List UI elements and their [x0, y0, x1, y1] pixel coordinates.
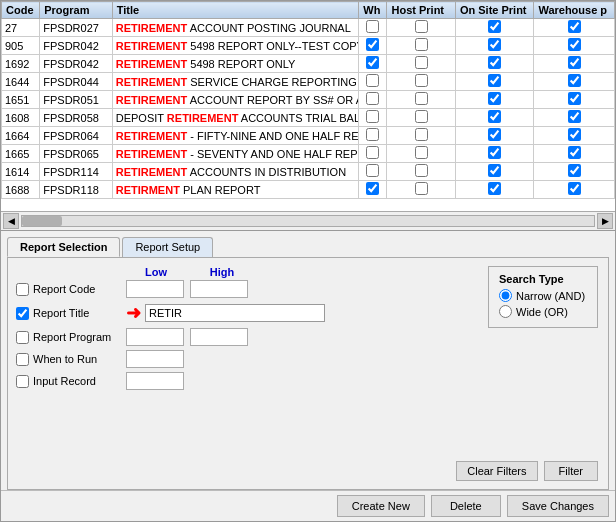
table-row[interactable]: 1665FPSDR065RETIREMENT - SEVENTY AND ONE…: [2, 145, 615, 163]
table-row[interactable]: 1692FPSDR042RETIREMENT 5498 REPORT ONLY: [2, 55, 615, 73]
host-print-checkbox[interactable]: [415, 38, 428, 51]
host-print-checkbox[interactable]: [415, 110, 428, 123]
cell-wh[interactable]: [359, 73, 387, 91]
onsite-print-checkbox[interactable]: [488, 146, 501, 159]
onsite-print-checkbox[interactable]: [488, 56, 501, 69]
cell-warehouse[interactable]: [534, 19, 615, 37]
cell-onsiteprint[interactable]: [455, 19, 534, 37]
report-title-value-input[interactable]: [145, 304, 325, 322]
cell-onsiteprint[interactable]: [455, 109, 534, 127]
table-row[interactable]: 1688FPSDR118RETIRMENT PLAN REPORT: [2, 181, 615, 199]
cell-hostprint[interactable]: [387, 163, 455, 181]
onsite-print-checkbox[interactable]: [488, 92, 501, 105]
cell-warehouse[interactable]: [534, 145, 615, 163]
wh-checkbox[interactable]: [366, 146, 379, 159]
host-print-checkbox[interactable]: [415, 74, 428, 87]
cell-wh[interactable]: [359, 145, 387, 163]
tab-report-selection[interactable]: Report Selection: [7, 237, 120, 257]
onsite-print-checkbox[interactable]: [488, 128, 501, 141]
scroll-left-arrow[interactable]: ◀: [3, 213, 19, 229]
warehouse-checkbox[interactable]: [568, 128, 581, 141]
onsite-print-checkbox[interactable]: [488, 38, 501, 51]
host-print-checkbox[interactable]: [415, 182, 428, 195]
warehouse-checkbox[interactable]: [568, 92, 581, 105]
warehouse-checkbox[interactable]: [568, 110, 581, 123]
host-print-checkbox[interactable]: [415, 146, 428, 159]
warehouse-checkbox[interactable]: [568, 146, 581, 159]
cell-onsiteprint[interactable]: [455, 181, 534, 199]
col-header-program[interactable]: Program: [40, 2, 112, 19]
warehouse-checkbox[interactable]: [568, 20, 581, 33]
onsite-print-checkbox[interactable]: [488, 110, 501, 123]
host-print-checkbox[interactable]: [415, 56, 428, 69]
cell-wh[interactable]: [359, 127, 387, 145]
create-new-button[interactable]: Create New: [337, 495, 425, 517]
cell-warehouse[interactable]: [534, 91, 615, 109]
warehouse-checkbox[interactable]: [568, 74, 581, 87]
cell-wh[interactable]: [359, 163, 387, 181]
wide-radio[interactable]: [499, 305, 512, 318]
table-row[interactable]: 1614FPSDR114RETIREMENT ACCOUNTS IN DISTR…: [2, 163, 615, 181]
warehouse-checkbox[interactable]: [568, 56, 581, 69]
onsite-print-checkbox[interactable]: [488, 20, 501, 33]
host-print-checkbox[interactable]: [415, 92, 428, 105]
save-changes-button[interactable]: Save Changes: [507, 495, 609, 517]
warehouse-checkbox[interactable]: [568, 182, 581, 195]
clear-filters-button[interactable]: Clear Filters: [456, 461, 537, 481]
input-record-checkbox[interactable]: [16, 375, 29, 388]
table-wrapper[interactable]: Code Program Title Wh Host Print On Site…: [1, 1, 615, 211]
wh-checkbox[interactable]: [366, 56, 379, 69]
wh-checkbox[interactable]: [366, 74, 379, 87]
cell-warehouse[interactable]: [534, 127, 615, 145]
when-to-run-low-input[interactable]: [126, 350, 184, 368]
col-header-warehouse[interactable]: Warehouse p: [534, 2, 615, 19]
when-to-run-checkbox[interactable]: [16, 353, 29, 366]
tab-report-setup[interactable]: Report Setup: [122, 237, 213, 257]
report-title-checkbox[interactable]: [16, 307, 29, 320]
wh-checkbox[interactable]: [366, 164, 379, 177]
col-header-code[interactable]: Code: [2, 2, 40, 19]
onsite-print-checkbox[interactable]: [488, 74, 501, 87]
host-print-checkbox[interactable]: [415, 20, 428, 33]
cell-hostprint[interactable]: [387, 37, 455, 55]
cell-hostprint[interactable]: [387, 91, 455, 109]
delete-button[interactable]: Delete: [431, 495, 501, 517]
col-header-wh[interactable]: Wh: [359, 2, 387, 19]
wide-radio-label[interactable]: Wide (OR): [499, 305, 587, 318]
cell-hostprint[interactable]: [387, 145, 455, 163]
report-code-low-input[interactable]: [126, 280, 184, 298]
col-header-title[interactable]: Title: [112, 2, 359, 19]
col-header-hostprint[interactable]: Host Print: [387, 2, 455, 19]
onsite-print-checkbox[interactable]: [488, 182, 501, 195]
filter-button[interactable]: Filter: [544, 461, 598, 481]
h-scrollbar-track[interactable]: [21, 215, 595, 227]
table-row[interactable]: 905FPSDR042RETIREMENT 5498 REPORT ONLY--…: [2, 37, 615, 55]
wh-checkbox[interactable]: [366, 128, 379, 141]
cell-onsiteprint[interactable]: [455, 73, 534, 91]
cell-warehouse[interactable]: [534, 109, 615, 127]
cell-onsiteprint[interactable]: [455, 127, 534, 145]
scroll-right-arrow[interactable]: ▶: [597, 213, 613, 229]
col-header-onsiteprint[interactable]: On Site Print: [455, 2, 534, 19]
cell-hostprint[interactable]: [387, 181, 455, 199]
host-print-checkbox[interactable]: [415, 164, 428, 177]
cell-wh[interactable]: [359, 37, 387, 55]
cell-hostprint[interactable]: [387, 55, 455, 73]
cell-onsiteprint[interactable]: [455, 163, 534, 181]
cell-hostprint[interactable]: [387, 109, 455, 127]
wh-checkbox[interactable]: [366, 38, 379, 51]
onsite-print-checkbox[interactable]: [488, 164, 501, 177]
report-code-high-input[interactable]: [190, 280, 248, 298]
cell-onsiteprint[interactable]: [455, 91, 534, 109]
input-record-low-input[interactable]: [126, 372, 184, 390]
cell-wh[interactable]: [359, 109, 387, 127]
cell-warehouse[interactable]: [534, 55, 615, 73]
wh-checkbox[interactable]: [366, 110, 379, 123]
cell-hostprint[interactable]: [387, 19, 455, 37]
warehouse-checkbox[interactable]: [568, 164, 581, 177]
narrow-radio[interactable]: [499, 289, 512, 302]
table-row[interactable]: 1608FPSDR058DEPOSIT RETIREMENT ACCOUNTS …: [2, 109, 615, 127]
table-row[interactable]: 1644FPSDR044RETIREMENT SERVICE CHARGE RE…: [2, 73, 615, 91]
cell-warehouse[interactable]: [534, 73, 615, 91]
narrow-radio-label[interactable]: Narrow (AND): [499, 289, 587, 302]
